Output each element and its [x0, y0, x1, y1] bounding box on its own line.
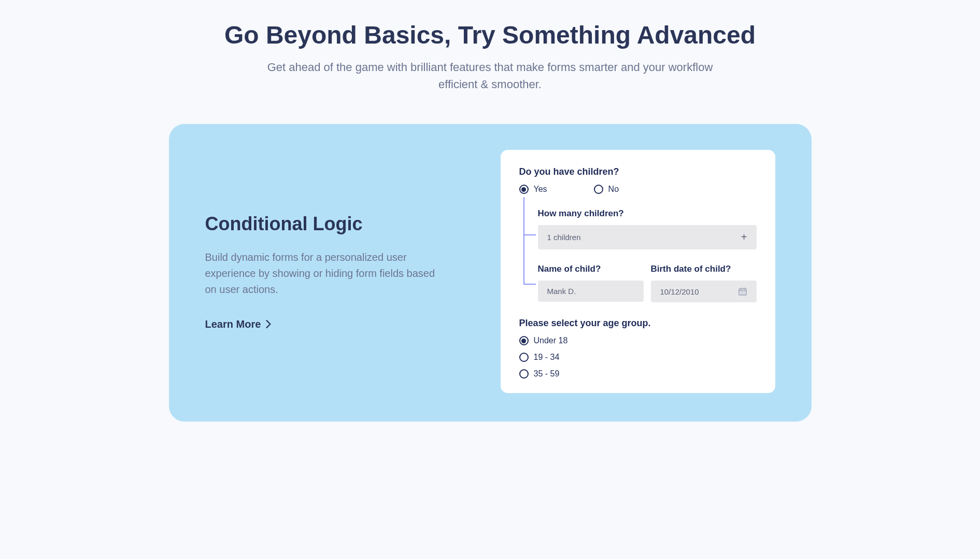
- how-many-children-label: How many children?: [538, 208, 757, 219]
- feature-description: Build dynamic forms for a personalized u…: [205, 249, 444, 298]
- learn-more-label: Learn More: [205, 318, 261, 330]
- radio-option-under18[interactable]: Under 18: [519, 336, 757, 345]
- tree-connector-branch: [523, 284, 536, 285]
- tree-connector-line: [523, 197, 524, 285]
- children-count-input[interactable]: 1 children +: [538, 225, 757, 249]
- children-question-label: Do you have children?: [519, 166, 757, 177]
- radio-icon: [519, 353, 529, 362]
- child-name-value: Mank D.: [547, 287, 576, 296]
- child-birthdate-input[interactable]: 10/12/2010: [651, 281, 757, 302]
- radio-label-under18: Under 18: [534, 336, 568, 345]
- svg-point-8: [742, 294, 743, 295]
- svg-point-7: [741, 294, 742, 295]
- child-name-label: Name of child?: [538, 264, 644, 274]
- calendar-icon: [738, 287, 747, 296]
- radio-option-35-59[interactable]: 35 - 59: [519, 369, 757, 379]
- radio-icon: [519, 369, 529, 379]
- radio-option-no[interactable]: No: [594, 185, 619, 194]
- radio-label-19-34: 19 - 34: [534, 353, 560, 362]
- svg-point-6: [744, 292, 745, 293]
- radio-icon: [519, 185, 529, 194]
- learn-more-link[interactable]: Learn More: [205, 318, 470, 330]
- child-birthdate-label: Birth date of child?: [651, 264, 757, 274]
- feature-card: Conditional Logic Build dynamic forms fo…: [169, 124, 812, 422]
- chevron-right-icon: [266, 320, 271, 328]
- tree-connector-branch: [523, 234, 536, 235]
- radio-option-19-34[interactable]: 19 - 34: [519, 353, 757, 362]
- children-count-value: 1 children: [547, 233, 581, 242]
- page-title: Go Beyond Basics, Try Something Advanced: [0, 21, 980, 49]
- form-preview-card: Do you have children? Yes No How many ch…: [501, 150, 775, 393]
- age-group-label: Please select your age group.: [519, 318, 757, 329]
- radio-icon: [594, 185, 603, 194]
- svg-point-4: [741, 292, 742, 293]
- child-birthdate-value: 10/12/2010: [660, 287, 699, 296]
- svg-point-9: [744, 294, 745, 295]
- svg-point-5: [742, 292, 743, 293]
- plus-icon[interactable]: +: [741, 231, 747, 243]
- feature-title: Conditional Logic: [205, 213, 470, 235]
- radio-label-35-59: 35 - 59: [534, 369, 560, 379]
- radio-label-yes: Yes: [534, 185, 547, 194]
- radio-option-yes[interactable]: Yes: [519, 185, 547, 194]
- page-subtitle: Get ahead of the game with brilliant fea…: [257, 59, 723, 93]
- radio-label-no: No: [608, 185, 619, 194]
- radio-icon: [519, 336, 529, 345]
- child-name-input[interactable]: Mank D.: [538, 281, 644, 302]
